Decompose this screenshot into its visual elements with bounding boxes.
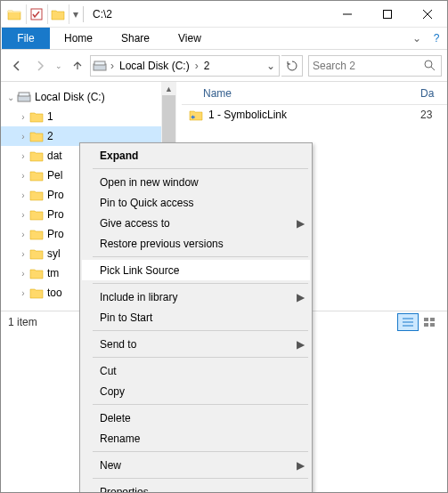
expand-icon[interactable]: › bbox=[17, 190, 29, 200]
menu-send-to[interactable]: Send to▶ bbox=[82, 334, 310, 354]
close-button[interactable] bbox=[407, 2, 447, 27]
folder-icon bbox=[29, 287, 44, 299]
menu-expand[interactable]: Expand bbox=[82, 145, 310, 166]
search-placeholder: Search 2 bbox=[313, 60, 421, 72]
svg-rect-14 bbox=[424, 318, 428, 321]
tree-label: 1 bbox=[44, 110, 53, 123]
tree-root[interactable]: ⌄ Local Disk (C:) bbox=[1, 87, 176, 107]
app-icon[interactable] bbox=[4, 4, 24, 24]
menu-rename[interactable]: Rename bbox=[82, 428, 310, 449]
help-icon[interactable]: ? bbox=[426, 32, 447, 44]
file-date: 23 bbox=[420, 109, 447, 121]
minimize-button[interactable] bbox=[327, 2, 367, 27]
chevron-right-icon[interactable]: › bbox=[193, 60, 200, 72]
address-bar[interactable]: › Local Disk (C:) › 2 ⌄ bbox=[90, 55, 280, 77]
expand-icon[interactable]: › bbox=[17, 230, 29, 239]
tree-label: Pel bbox=[44, 169, 62, 182]
svg-rect-10 bbox=[19, 93, 29, 96]
menu-cut[interactable]: Cut bbox=[82, 360, 310, 381]
back-button[interactable] bbox=[6, 55, 28, 77]
expand-icon[interactable]: › bbox=[17, 171, 29, 181]
folder-icon bbox=[29, 150, 44, 162]
expand-ribbon-icon[interactable]: ⌄ bbox=[408, 32, 426, 44]
breadcrumb-root[interactable]: Local Disk (C:) bbox=[116, 56, 193, 76]
tree-label: Local Disk (C:) bbox=[31, 91, 105, 103]
folder-icon bbox=[29, 169, 44, 182]
menu-open-new-window[interactable]: Open in new window bbox=[82, 172, 310, 192]
menu-restore-previous[interactable]: Restore previous versions bbox=[82, 233, 310, 254]
folder-icon bbox=[29, 189, 44, 201]
maximize-button[interactable] bbox=[367, 2, 407, 27]
address-dropdown-icon[interactable]: ⌄ bbox=[261, 60, 279, 72]
tree-label: tm bbox=[44, 267, 59, 279]
recent-locations-button[interactable]: ⌄ bbox=[53, 55, 65, 77]
qat-properties-icon[interactable] bbox=[26, 4, 45, 24]
tree-label: dat bbox=[44, 150, 62, 162]
menu-properties[interactable]: Properties bbox=[82, 481, 310, 493]
breadcrumb-folder[interactable]: 2 bbox=[200, 56, 214, 76]
svg-point-7 bbox=[425, 61, 432, 68]
large-icons-view-button[interactable] bbox=[419, 313, 440, 331]
menu-pin-quick-access[interactable]: Pin to Quick access bbox=[82, 192, 310, 213]
file-name: 1 - SymbolicLink bbox=[203, 109, 420, 121]
menu-copy[interactable]: Copy bbox=[82, 381, 310, 401]
title-bar: ▾ C:\2 bbox=[1, 1, 447, 28]
svg-line-8 bbox=[431, 67, 435, 70]
drive-icon bbox=[93, 61, 107, 71]
column-date[interactable]: Da bbox=[420, 87, 447, 100]
search-box[interactable]: Search 2 bbox=[308, 55, 442, 77]
svg-rect-6 bbox=[94, 61, 105, 65]
svg-rect-16 bbox=[424, 323, 428, 327]
chevron-right-icon: ▶ bbox=[297, 459, 305, 472]
share-tab[interactable]: Share bbox=[107, 28, 164, 49]
expand-icon[interactable]: › bbox=[17, 132, 29, 141]
symlink-folder-icon bbox=[189, 109, 203, 121]
forward-button[interactable] bbox=[29, 55, 51, 77]
details-view-button[interactable] bbox=[397, 313, 419, 331]
folder-icon bbox=[29, 228, 44, 240]
tree-label: 2 bbox=[44, 130, 53, 142]
context-menu: Expand Open in new window Pin to Quick a… bbox=[79, 142, 313, 493]
chevron-right-icon: ▶ bbox=[297, 291, 305, 303]
folder-icon bbox=[29, 247, 44, 260]
qat-dropdown-icon[interactable]: ▾ bbox=[69, 4, 81, 24]
search-icon[interactable] bbox=[421, 60, 437, 71]
expand-icon[interactable]: › bbox=[17, 210, 29, 220]
collapse-icon[interactable]: ⌄ bbox=[4, 93, 17, 102]
folder-icon bbox=[29, 267, 44, 279]
chevron-right-icon[interactable]: › bbox=[109, 60, 116, 72]
expand-icon[interactable]: › bbox=[17, 249, 29, 259]
tree-label: Pro bbox=[44, 208, 64, 221]
folder-icon bbox=[29, 130, 44, 142]
file-tab[interactable]: File bbox=[2, 28, 50, 49]
nav-bar: ⌄ › Local Disk (C:) › 2 ⌄ Search 2 bbox=[1, 50, 447, 82]
svg-rect-15 bbox=[430, 318, 435, 321]
menu-pick-link-source[interactable]: Pick Link Source bbox=[82, 260, 310, 280]
drive-icon bbox=[17, 92, 31, 102]
chevron-right-icon: ▶ bbox=[297, 217, 305, 230]
menu-delete[interactable]: Delete bbox=[82, 408, 310, 428]
qat-new-folder-icon[interactable] bbox=[47, 4, 67, 24]
quick-access-toolbar: ▾ bbox=[1, 4, 81, 24]
expand-icon[interactable]: › bbox=[17, 269, 29, 279]
tree-item[interactable]: ›1 bbox=[1, 107, 176, 126]
tree-label: syl bbox=[44, 247, 61, 260]
ribbon: File Home Share View ⌄ ? bbox=[1, 28, 447, 50]
menu-include-library[interactable]: Include in library▶ bbox=[82, 287, 310, 307]
home-tab[interactable]: Home bbox=[50, 28, 107, 49]
up-button[interactable] bbox=[67, 55, 88, 77]
expand-icon[interactable]: › bbox=[17, 151, 29, 161]
svg-rect-2 bbox=[383, 10, 391, 18]
chevron-right-icon: ▶ bbox=[297, 338, 305, 351]
menu-give-access-to[interactable]: Give access to▶ bbox=[82, 213, 310, 233]
view-tab[interactable]: View bbox=[164, 28, 216, 49]
tree-label: Pro bbox=[44, 228, 64, 240]
list-item[interactable]: 1 - SymbolicLink 23 bbox=[182, 105, 447, 125]
expand-icon[interactable]: › bbox=[17, 112, 29, 122]
menu-pin-start[interactable]: Pin to Start bbox=[82, 307, 310, 327]
menu-new[interactable]: New▶ bbox=[82, 455, 310, 475]
refresh-button[interactable] bbox=[281, 55, 303, 77]
scroll-up-icon[interactable]: ▲ bbox=[161, 82, 176, 95]
column-name[interactable]: Name bbox=[182, 87, 420, 100]
expand-icon[interactable]: › bbox=[17, 288, 29, 298]
